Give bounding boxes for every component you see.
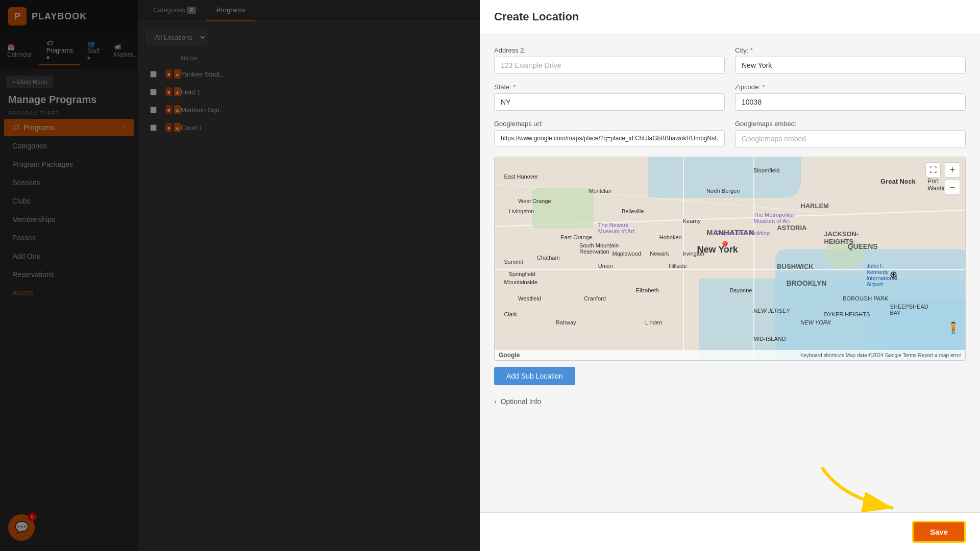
map-label-astoria: ASTORIA bbox=[777, 224, 806, 232]
optional-info-label: Optional Info bbox=[501, 397, 541, 406]
maps-embed-label: Googlemaps embed: bbox=[735, 120, 966, 128]
zipcode-input[interactable] bbox=[735, 93, 966, 111]
map-background: East Hanover Montclair North Bergen Bloo… bbox=[495, 157, 965, 360]
city-group: City: * bbox=[735, 46, 966, 74]
map-label-queens: QUEENS bbox=[848, 242, 878, 251]
map-footer: Google Keyboard shortcuts Map data ©2024… bbox=[495, 350, 965, 360]
maps-url-label: Googlemaps url: bbox=[494, 120, 725, 128]
map-label-linden: Linden bbox=[645, 319, 662, 325]
modal-overlay: Create Location Address 2: City: * State… bbox=[0, 0, 980, 551]
map-fullscreen-button[interactable]: ⛶ bbox=[925, 162, 941, 178]
modal-title: Create Location bbox=[480, 0, 980, 34]
maps-embed-group: Googlemaps embed: bbox=[735, 120, 966, 147]
map-label-harlem: HARLEM bbox=[800, 202, 829, 210]
address2-input[interactable] bbox=[494, 57, 725, 74]
map-label-kearny: Kearny bbox=[683, 218, 701, 224]
address2-label: Address 2: bbox=[494, 46, 725, 54]
map-controls: + − bbox=[945, 162, 960, 195]
map-label-hillside: Hillside bbox=[669, 263, 687, 269]
google-logo: Google bbox=[499, 352, 520, 359]
chevron-right-icon: › bbox=[494, 397, 497, 406]
add-sub-location-button[interactable]: Add Sub Location bbox=[494, 367, 575, 385]
city-input[interactable] bbox=[735, 57, 966, 74]
map-label-union: Union bbox=[598, 263, 613, 269]
map-label-great-neck: Great Neck bbox=[880, 178, 916, 185]
zipcode-group: Zipcode: * bbox=[735, 83, 966, 111]
map-label-brooklyn: BROOKLYN bbox=[787, 279, 827, 287]
map-label-borough-park: BOROUGH PARK bbox=[843, 295, 888, 302]
map-label-metropolitan: The MetropolitanMuseum of Art bbox=[753, 212, 796, 224]
map-label-elizabeth: Elizabeth bbox=[636, 287, 659, 293]
map-label-springfield: Springfield bbox=[509, 271, 535, 277]
map-label-east-hanover: East Hanover bbox=[504, 173, 538, 180]
map-label-newark-museum: The NewarkMuseum of Art bbox=[598, 222, 634, 234]
city-label: City: * bbox=[735, 46, 966, 54]
map-label-mid-island: MID-ISLAND bbox=[753, 336, 786, 342]
maps-url-group: Googlemaps url: bbox=[494, 120, 725, 147]
map-label-dyker: DYKER HEIGHTS bbox=[824, 311, 870, 317]
optional-info-toggle[interactable]: › Optional Info bbox=[494, 393, 966, 410]
form-row-state-zip: State: * Zipcode: * bbox=[494, 83, 966, 111]
map-label-new-jersey: NEW JERSEY bbox=[753, 308, 790, 314]
map-label-montclair: Montclair bbox=[589, 188, 611, 194]
map-label-sheepshead: SHEEPSHEADBAY bbox=[890, 304, 928, 316]
modal-panel: Create Location Address 2: City: * State… bbox=[480, 0, 980, 551]
map-label-bloomfield: Bloomfield bbox=[753, 167, 779, 173]
map-label-new-york-water: NEW YORK bbox=[800, 319, 831, 325]
state-input[interactable] bbox=[494, 93, 725, 111]
state-label: State: * bbox=[494, 83, 725, 91]
state-group: State: * bbox=[494, 83, 725, 111]
zipcode-label: Zipcode: * bbox=[735, 83, 966, 91]
map-label-mountainside: Mountainside bbox=[504, 279, 537, 285]
map-label-westfield: Westfield bbox=[518, 295, 541, 302]
save-button[interactable]: Save bbox=[912, 521, 966, 543]
map-label-hoboken: Hoboken bbox=[659, 234, 682, 240]
modal-body: Address 2: City: * State: * Zipcode: * bbox=[480, 34, 980, 512]
map-pin: 📍 bbox=[719, 240, 731, 253]
address2-group: Address 2: bbox=[494, 46, 725, 74]
map-label-belleville: Belleville bbox=[622, 208, 644, 214]
map-label-new-york: New York bbox=[697, 244, 738, 255]
map-footer-text: Keyboard shortcuts Map data ©2024 Google… bbox=[800, 353, 961, 358]
map-label-west-orange: West Orange bbox=[518, 198, 551, 204]
map-label-bayonne: Bayonne bbox=[730, 287, 752, 293]
map-label-summit: Summit bbox=[504, 259, 523, 265]
form-row-maps: Googlemaps url: Googlemaps embed: bbox=[494, 120, 966, 147]
map-label-rahway: Rahway bbox=[556, 319, 576, 325]
map-label-cranford: Cranford bbox=[584, 295, 606, 302]
map-zoom-out[interactable]: − bbox=[945, 180, 960, 195]
map-streetview-icon[interactable]: 🧍 bbox=[946, 321, 960, 335]
map-label-maplewood: Maplewood bbox=[612, 251, 641, 257]
map-label-chatham: Chatham bbox=[537, 255, 560, 261]
modal-footer: Save bbox=[480, 512, 980, 551]
map-label-east-orange: East Orange bbox=[560, 234, 592, 240]
map-label-newark: Newark bbox=[650, 251, 669, 257]
map-label-bushwick: BUSHWICK bbox=[777, 263, 814, 270]
map-label-north-bergen: North Bergen bbox=[706, 188, 740, 194]
maps-url-input[interactable] bbox=[494, 130, 725, 146]
map-label-clark: Clark bbox=[504, 311, 517, 317]
maps-embed-input[interactable] bbox=[735, 130, 966, 147]
form-row-address-city: Address 2: City: * bbox=[494, 46, 966, 74]
map-zoom-in[interactable]: + bbox=[945, 162, 960, 178]
map-label-livingston: Livingston bbox=[509, 208, 534, 214]
map-container: East Hanover Montclair North Bergen Bloo… bbox=[494, 157, 966, 361]
map-transit-icon: ⊕ bbox=[890, 269, 897, 280]
map-label-empire: Empire State Building bbox=[716, 230, 770, 236]
